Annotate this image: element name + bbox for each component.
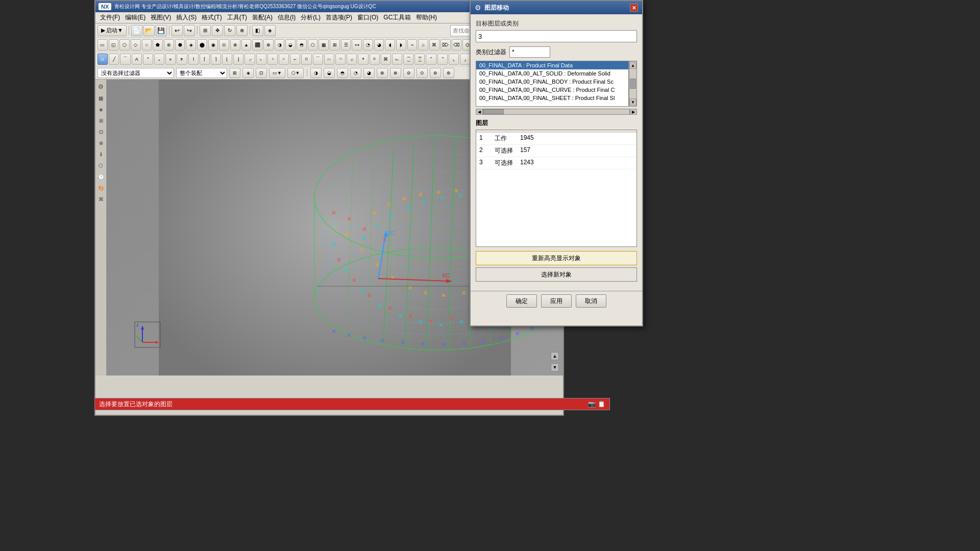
shape-btn-12[interactable]: ⊙ [219,39,229,51]
shape-btn-27[interactable]: ◖ [385,39,395,51]
sketch-btn-18[interactable]: ⌐ [290,54,300,65]
sidebar-item-5[interactable]: ⊗ [96,138,106,148]
sketch-btn-24[interactable]: ⌖ [358,54,368,65]
filter-btn-4[interactable]: ▭▼ [269,68,285,78]
filter-btn-7[interactable]: ◒ [324,68,335,78]
scroll-thumb[interactable] [630,79,636,89]
sketch-btn-11[interactable]: ⌉ [211,54,221,65]
save-file-button[interactable]: 💾 [156,25,167,36]
filter-btn-6[interactable]: ◑ [310,68,322,78]
sketch-btn-29[interactable]: ⌛ [414,54,425,65]
sketch-btn-14[interactable]: ⌌ [244,54,255,65]
shape-btn-19[interactable]: ◓ [297,39,307,51]
shape-btn-16[interactable]: ⊕ [263,39,274,51]
shape-btn-4[interactable]: ◇ [131,39,141,51]
shape-btn-18[interactable]: ◒ [285,39,296,51]
sketch-btn-26[interactable]: ⌘ [381,54,391,65]
list-item-2[interactable]: 00_FINAL_DATA,00_FINAL_BODY : Product Fi… [476,78,628,86]
sketch-btn-22[interactable]: ⌔ [335,54,346,65]
sketch-btn-31[interactable]: ⌝ [437,54,448,65]
sidebar-item-1[interactable]: ▦ [96,93,106,103]
scroll-right-arrow[interactable]: ▶ [630,109,637,115]
view-orient-button[interactable]: ◧ [252,25,263,36]
redo-button[interactable]: ↪ [184,25,195,36]
list-item-3[interactable]: 00_FINAL_DATA,00_FINAL_CURVE : Product F… [476,86,628,94]
shape-btn-13[interactable]: ⊗ [230,39,240,51]
menu-format[interactable]: 格式(T) [199,12,224,23]
whole-assembly-select[interactable]: 整个装配 [176,68,227,78]
confirm-button[interactable]: 确定 [506,294,537,308]
list-item-4[interactable]: 00_FINAL_DATA,00_FINAL_SHEET : Product F… [476,94,628,102]
sketch-btn-13[interactable]: ⌋ [233,54,243,65]
sketch-btn-25[interactable]: ⌗ [370,54,380,65]
sketch-btn-7[interactable]: ⌅ [165,54,176,65]
open-file-button[interactable]: 📂 [143,25,155,36]
shape-btn-15[interactable]: ⬛ [252,39,262,51]
highlight-objects-button[interactable]: 重新高亮显示对象 [476,251,637,265]
filter-btn-9[interactable]: ◔ [350,68,361,78]
filter-btn-10[interactable]: ◕ [363,68,375,78]
shape-btn-5[interactable]: ○ [142,39,152,51]
scroll-horiz-track[interactable] [483,109,630,115]
shape-btn-25[interactable]: ◔ [363,39,373,51]
sidebar-settings-icon[interactable]: ⚙ [96,82,106,92]
sidebar-item-8[interactable]: 🕐 [96,171,106,182]
sidebar-item-9[interactable]: 🎨 [96,183,106,193]
scroll-down-btn[interactable]: ▼ [551,363,559,371]
menu-info[interactable]: 信息(I) [275,12,298,23]
shape-btn-9[interactable]: ◈ [186,39,196,51]
shape-btn-31[interactable]: ⌘ [429,39,439,51]
filter-btn-14[interactable]: ⊙ [416,68,428,78]
sidebar-item-3[interactable]: ⊞ [96,115,106,126]
dialog-close-button[interactable]: ✕ [630,4,638,12]
filter-btn-5[interactable]: ⬡▼ [287,68,304,78]
shape-btn-26[interactable]: ◕ [374,39,384,51]
sketch-btn-16[interactable]: ⌎ [267,54,278,65]
list-item-1[interactable]: 00_FINAL_DATA,00_ALT_SOLID : Deformable … [476,69,628,78]
sketch-btn-21[interactable]: ⌓ [324,54,334,65]
sketch-btn-10[interactable]: ⌈ [200,54,210,65]
sketch-btn-6[interactable]: ⌄ [154,54,164,65]
sketch-btn-4[interactable]: A [132,54,142,65]
sidebar-item-10[interactable]: ⌘ [96,194,106,204]
layer-category-list[interactable]: 00_FINAL_DATA : Product Final Data 00_FI… [476,61,629,107]
shape-btn-7[interactable]: ⊛ [164,39,174,51]
sketch-btn-28[interactable]: ⌚ [403,54,413,65]
category-filter-input[interactable] [509,46,550,58]
scroll-down-arrow[interactable]: ▼ [629,98,636,106]
menu-tools[interactable]: 工具(T) [225,12,250,23]
menu-view[interactable]: 视图(V) [148,12,174,23]
menu-gc-tools[interactable]: GC工具箱 [381,12,413,23]
select-new-objects-button[interactable]: 选择新对象 [476,267,637,282]
sketch-btn-17[interactable]: ⌏ [279,54,289,65]
sketch-btn-8[interactable]: ⌆ [177,54,187,65]
shape-btn-32[interactable]: ⌦ [440,39,451,51]
sidebar-item-7[interactable]: ⬡ [96,160,106,170]
new-file-button[interactable]: 📄 [131,25,142,36]
list-item-0[interactable]: 00_FINAL_DATA : Product Final Data [476,61,628,69]
sketch-btn-1[interactable]: ⊙ [97,54,108,65]
cancel-button[interactable]: 取消 [576,294,606,308]
menu-preferences[interactable]: 首选项(P) [323,12,355,23]
menu-assembly[interactable]: 装配(A) [250,12,275,23]
layer-row-2[interactable]: 2 可选择 157 [476,145,636,157]
scroll-up-arrow[interactable]: ▲ [629,62,636,69]
apply-button[interactable]: 应用 [541,294,572,308]
shape-btn-29[interactable]: ⌁ [407,39,418,51]
shape-btn-23[interactable]: ☰ [341,39,351,51]
layer-row-1[interactable]: 1 工作 1945 [476,133,636,145]
render-button[interactable]: ◈ [264,25,276,36]
sketch-btn-3[interactable]: ⌒ [120,54,130,65]
filter-btn-11[interactable]: ⊕ [377,68,388,78]
shape-btn-20[interactable]: ⬡ [308,39,318,51]
sidebar-item-2[interactable]: ◈ [96,104,106,114]
filter-btn-12[interactable]: ⊗ [390,68,401,78]
menu-insert[interactable]: 插入(S) [174,12,199,23]
sketch-btn-33[interactable]: ⌟ [460,54,470,65]
shape-btn-22[interactable]: ⊞ [330,39,340,51]
layer-row-3[interactable]: 3 可选择 1243 [476,157,636,169]
sketch-btn-12[interactable]: ⌊ [222,54,232,65]
scroll-left-arrow[interactable]: ◀ [476,109,483,115]
undo-button[interactable]: ↩ [172,25,183,36]
sketch-btn-9[interactable]: ⌇ [188,54,199,65]
